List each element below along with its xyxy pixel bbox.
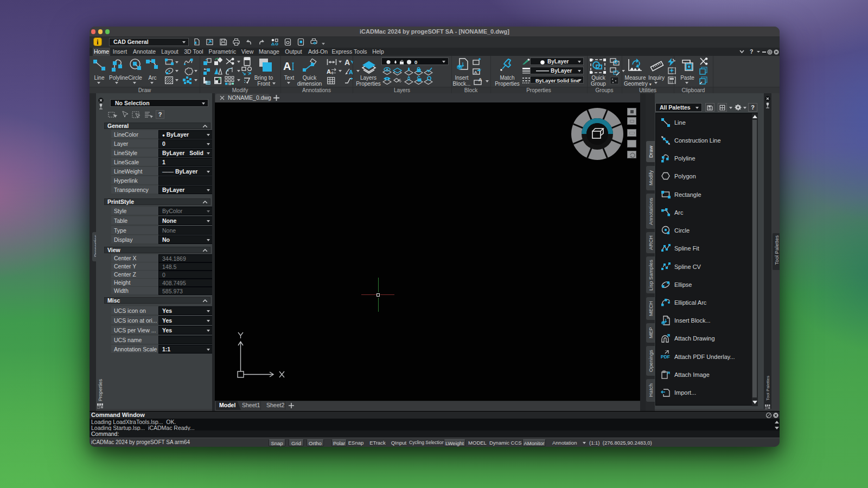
svg-text:A: A bbox=[349, 69, 353, 75]
svg-text:A: A bbox=[478, 78, 482, 82]
svg-text:A: A bbox=[283, 60, 291, 72]
svg-text:A: A bbox=[474, 70, 477, 75]
svg-text:A: A bbox=[327, 68, 331, 75]
svg-text:A: A bbox=[344, 58, 350, 66]
svg-text:0: 0 bbox=[414, 60, 417, 65]
